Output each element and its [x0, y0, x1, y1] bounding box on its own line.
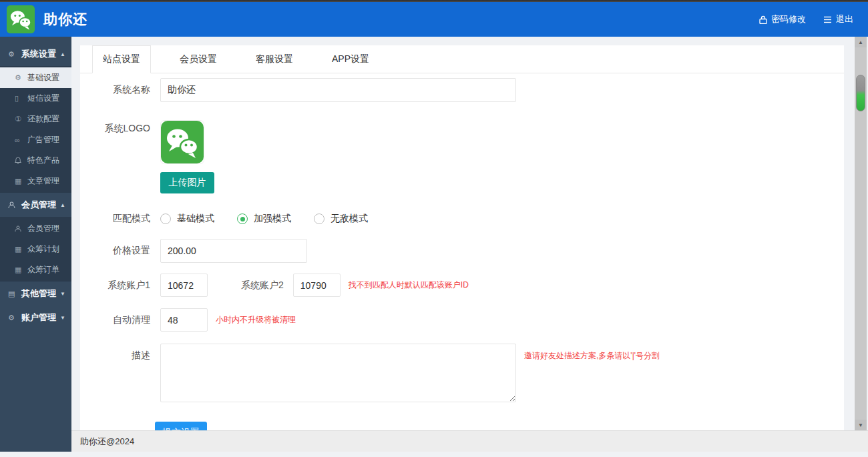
- system-name-input[interactable]: [160, 78, 516, 102]
- scrollbar-thumb[interactable]: [856, 75, 865, 111]
- logout-icon: [823, 16, 832, 23]
- logout-button[interactable]: 退出: [823, 13, 853, 25]
- tab-member-settings[interactable]: 会员设置: [170, 45, 227, 73]
- tab-site-settings[interactable]: 站点设置: [92, 45, 151, 73]
- phone-icon: ▯: [15, 94, 25, 103]
- sidebar-item-repayment-config[interactable]: ① 还款配置: [0, 109, 71, 129]
- system-account1-label: 系统账户1: [80, 280, 150, 292]
- account2-hint: 找不到匹配人时默认匹配该账户ID: [349, 280, 469, 291]
- price-input[interactable]: [160, 239, 307, 263]
- system-logo-image: [160, 120, 204, 164]
- sidebar-group-other-management[interactable]: ▤ 其他管理 ▼: [0, 282, 71, 306]
- settings-tabs: 站点设置 会员设置 客服设置 APP设置: [80, 45, 844, 73]
- modules-icon: ▦: [15, 245, 25, 254]
- sidebar-group-member-management[interactable]: 会员管理 ▲: [0, 193, 71, 217]
- system-logo-label: 系统LOGO: [80, 120, 150, 135]
- chevron-down-icon: ▼: [60, 291, 65, 297]
- grid-icon: ▦: [15, 177, 25, 185]
- submit-settings-button[interactable]: 提交设置: [155, 422, 207, 430]
- sidebar-item-article-management[interactable]: ▦ 文章管理: [0, 171, 71, 191]
- sidebar-item-ad-management[interactable]: ∞ 广告管理: [0, 129, 71, 150]
- radio-circle-icon: [314, 213, 324, 224]
- auto-clean-label: 自动清理: [80, 314, 150, 326]
- sidebar-item-sms-settings[interactable]: ▯ 短信设置: [0, 88, 71, 109]
- page-title: 助你还: [43, 10, 87, 29]
- user-icon: [8, 201, 18, 209]
- site-settings-form: 系统名称 系统LOGO: [80, 73, 844, 430]
- sidebar-item-crowdfunding-orders[interactable]: ▦ 众筹订单: [0, 260, 71, 280]
- tab-app-settings[interactable]: APP设置: [322, 45, 379, 73]
- sidebar-item-basic-settings[interactable]: ⚙ 基础设置: [0, 67, 71, 88]
- link-icon: ∞: [15, 136, 25, 144]
- sidebar-group-system-settings[interactable]: ⚙ 系统设置 ▲: [0, 42, 71, 66]
- radio-basic-mode[interactable]: 基础模式: [160, 213, 214, 225]
- system-account2-label: 系统账户2: [241, 280, 284, 292]
- upload-image-button[interactable]: 上传图片: [160, 172, 214, 193]
- main-content: 站点设置 会员设置 客服设置 APP设置 系统名称 系统LOGO: [71, 37, 868, 430]
- chevron-up-icon: ▲: [60, 51, 65, 57]
- user-icon: [15, 225, 25, 232]
- footer: 助你还@2024: [71, 430, 868, 452]
- description-hint: 邀请好友处描述方案,多条请以'|'号分割: [524, 344, 660, 362]
- radio-enhanced-mode[interactable]: 加强模式: [237, 213, 291, 225]
- scroll-down-arrow-icon[interactable]: ▼: [855, 420, 867, 430]
- match-mode-label: 匹配模式: [80, 213, 150, 225]
- system-account2-input[interactable]: [293, 274, 341, 297]
- app-header: 助你还 密码修改 退出: [0, 2, 868, 37]
- scroll-up-arrow-icon[interactable]: ▲: [855, 37, 867, 47]
- settings-card: 站点设置 会员设置 客服设置 APP设置 系统名称 系统LOGO: [80, 45, 844, 430]
- gear-icon: ⚙: [8, 314, 18, 322]
- sidebar-item-member-management[interactable]: 会员管理: [0, 218, 71, 239]
- radio-circle-icon: [237, 213, 248, 224]
- radio-invincible-mode[interactable]: 无敌模式: [314, 213, 368, 225]
- sidebar-item-crowdfunding-plan[interactable]: ▦ 众筹计划: [0, 239, 71, 260]
- info-circle-icon: ①: [15, 115, 25, 123]
- bell-icon: [15, 157, 25, 164]
- change-password-button[interactable]: 密码修改: [759, 13, 806, 25]
- footer-copyright: 助你还@2024: [80, 436, 134, 448]
- price-label: 价格设置: [80, 245, 150, 257]
- system-name-label: 系统名称: [80, 84, 150, 96]
- tools-icon: ⚙: [8, 50, 18, 59]
- description-textarea[interactable]: [160, 344, 516, 402]
- sidebar-item-featured-products[interactable]: 特色产品: [0, 150, 71, 171]
- chevron-down-icon: ▼: [60, 315, 65, 321]
- sidebar: ⚙ 系统设置 ▲ ⚙ 基础设置 ▯ 短信设置 ① 还款配置 ∞ 广告管理: [0, 37, 71, 452]
- system-account1-input[interactable]: [160, 274, 208, 297]
- tab-customer-service-settings[interactable]: 客服设置: [246, 45, 303, 73]
- auto-clean-input[interactable]: [160, 308, 208, 332]
- modules-icon: ▦: [15, 266, 25, 274]
- gear-icon: ⚙: [15, 73, 25, 82]
- auto-clean-hint: 小时内不升级将被清理: [216, 314, 296, 326]
- radio-circle-icon: [160, 213, 171, 224]
- sidebar-group-account-management[interactable]: ⚙ 账户管理 ▼: [0, 306, 71, 330]
- vertical-scrollbar[interactable]: ▲ ▼: [855, 37, 867, 430]
- wechat-logo-icon: [7, 5, 35, 33]
- chevron-up-icon: ▲: [60, 202, 65, 208]
- doc-icon: ▤: [8, 290, 18, 298]
- lock-icon: [759, 15, 767, 24]
- description-label: 描述: [80, 344, 150, 362]
